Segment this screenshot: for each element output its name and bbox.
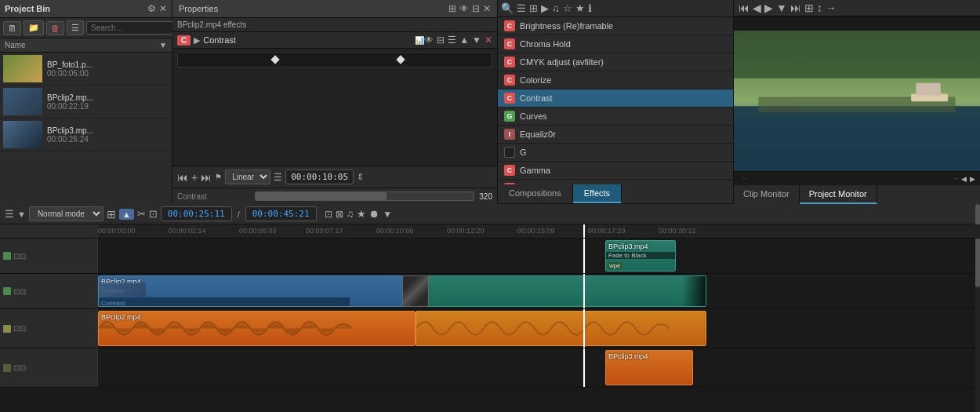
timeline-extend-icon[interactable]: ⊡ bbox=[149, 208, 158, 220]
interpolation-select[interactable]: Linear bbox=[225, 170, 270, 184]
menu-button[interactable]: ☰ bbox=[67, 20, 84, 35]
timeline-audio-icon[interactable]: ♫ bbox=[347, 208, 354, 220]
project-bin-header: Project Bin ⚙ ✕ bbox=[0, 0, 172, 18]
effects-info-icon[interactable]: ℹ bbox=[588, 2, 592, 14]
project-bin-close-icon[interactable]: ✕ bbox=[159, 3, 167, 14]
contrast-bar-area: Contrast 320 bbox=[172, 188, 497, 204]
playhead[interactable] bbox=[583, 224, 585, 238]
list-item[interactable]: BPclip3.mp... 00:00:26:24 bbox=[0, 118, 172, 151]
clip-monitor-tab[interactable]: Clip Monitor bbox=[734, 185, 800, 204]
timeline-record-icon[interactable]: ⏺ bbox=[369, 208, 379, 220]
effect-eye-icon[interactable]: 👁 bbox=[424, 35, 434, 46]
preview-area bbox=[734, 16, 980, 171]
effect-menu-icon[interactable]: ☰ bbox=[448, 35, 456, 46]
expand-icon: ▶ bbox=[194, 35, 200, 46]
effect-list-item[interactable]: G Curves bbox=[498, 108, 733, 126]
add-file-button[interactable]: 🖹 bbox=[3, 21, 21, 35]
timeline-cursor-icon[interactable]: ▲ bbox=[119, 209, 134, 220]
sort-icon[interactable]: ▼ bbox=[159, 41, 167, 49]
effect-list-item[interactable]: I Equaliz0r bbox=[498, 126, 733, 144]
timeline-total-timecode: 00:00:45:21 bbox=[245, 206, 317, 221]
timeline-star-icon[interactable]: ★ bbox=[357, 208, 366, 220]
preview-skip-back[interactable]: ⏮ bbox=[739, 2, 750, 14]
effect-up-icon[interactable]: ▲ bbox=[459, 35, 469, 46]
preview-chevron-down[interactable]: ▼ bbox=[776, 2, 787, 14]
effect-list-item[interactable]: C Brightness (Re)framable bbox=[498, 17, 733, 35]
effects-list-icon[interactable]: ☰ bbox=[517, 2, 526, 14]
effect-compare-icon[interactable]: ⊟ bbox=[437, 35, 445, 46]
effect-list-item[interactable]: C Colorize bbox=[498, 71, 733, 89]
project-monitor-tab[interactable]: Project Monitor bbox=[800, 185, 877, 204]
properties-eye-icon[interactable]: 👁 bbox=[459, 3, 469, 14]
effect-list-item[interactable]: C CMYK adjust (avfilter) bbox=[498, 53, 733, 71]
effect-list-item[interactable]: G bbox=[498, 144, 733, 162]
timeline-lift-icon[interactable]: ⊠ bbox=[336, 209, 343, 220]
effects-grid-icon[interactable]: ⊞ bbox=[529, 2, 538, 14]
preview-play-back[interactable]: ◀ bbox=[753, 2, 761, 14]
timeline-config-icon[interactable]: ▼ bbox=[383, 209, 392, 220]
a1-clip-bp2[interactable]: BPclip2.mp4 bbox=[98, 311, 416, 346]
list-item[interactable]: BP_foto1.p... 00:00:05:00 bbox=[0, 53, 172, 86]
ruler-mark-7: 00:00:17:23 bbox=[588, 227, 626, 235]
timeline-extract-icon[interactable]: ⊡ bbox=[325, 209, 332, 220]
preview-nav-right[interactable]: ▶ bbox=[970, 175, 975, 183]
preview-arrow-right[interactable]: → bbox=[826, 2, 837, 14]
v2-clip-bp3[interactable]: BPclip3.mp4 Fade to Black wpe bbox=[605, 240, 676, 272]
effect-list-item-contrast[interactable]: C Contrast bbox=[498, 89, 733, 108]
a1-clip-bp3[interactable] bbox=[416, 311, 706, 346]
timeline-cut-icon[interactable]: ✂ bbox=[137, 208, 146, 220]
align-icon[interactable]: ☰ bbox=[274, 172, 282, 183]
timeline-down-icon[interactable]: ▼ bbox=[17, 210, 26, 219]
effect-delete-icon[interactable]: ✕ bbox=[485, 35, 492, 46]
effect-list-item[interactable]: C Chroma Hold bbox=[498, 35, 733, 53]
preview-arrows[interactable]: ↕ bbox=[817, 2, 822, 14]
preview-nav-left[interactable]: ◀ bbox=[961, 175, 967, 183]
effects-video-icon[interactable]: ▶ bbox=[541, 2, 549, 14]
v1-clip-bp3[interactable] bbox=[416, 275, 706, 307]
contrast-value: 320 bbox=[479, 192, 492, 201]
delete-button[interactable]: 🗑 bbox=[46, 21, 64, 35]
timeline-snap-icon[interactable]: ⊞ bbox=[107, 208, 116, 221]
track-a2: ⊡⊡ BPclip3.mp4 bbox=[0, 348, 980, 388]
go-end-button[interactable]: ⏭ bbox=[201, 171, 212, 184]
v1-clip-bp2[interactable]: BPclip2.mp4 Contrast Contrast bbox=[98, 275, 416, 307]
preview-bottom-ruler: ← → ◀ ▶ bbox=[734, 171, 980, 185]
a2-clip-bp3[interactable]: BPclip3.mp4 bbox=[605, 350, 694, 385]
transition-clip[interactable] bbox=[402, 275, 429, 307]
properties-grid-icon[interactable]: ⊞ bbox=[448, 3, 456, 14]
project-bin-settings-icon[interactable]: ⚙ bbox=[147, 3, 156, 14]
clip-label-v2: BPclip3.mp4 bbox=[606, 241, 675, 252]
contrast-slider[interactable] bbox=[255, 191, 474, 201]
preview-fullscreen[interactable]: ⊞ bbox=[804, 2, 814, 14]
properties-header: Properties ⊞ 👁 ⊟ ✕ bbox=[172, 0, 497, 18]
effect-badge[interactable]: C bbox=[177, 35, 191, 46]
effects-audio-icon[interactable]: ♫ bbox=[552, 2, 560, 14]
properties-settings-icon[interactable]: ⊟ bbox=[472, 3, 480, 14]
tab-compositions[interactable]: Compositions bbox=[498, 184, 573, 203]
add-folder-button[interactable]: 📁 bbox=[24, 20, 44, 35]
preview-play[interactable]: ▶ bbox=[764, 2, 773, 14]
effects-star-icon[interactable]: ☆ bbox=[563, 2, 572, 14]
timecode-spin-icon[interactable]: ⇕ bbox=[357, 172, 364, 182]
effect-badge-gamma: C bbox=[504, 165, 515, 176]
a2-clip-label: BPclip3.mp4 bbox=[606, 351, 693, 362]
effects-fav-icon[interactable]: ★ bbox=[575, 2, 585, 14]
file-thumbnail bbox=[3, 121, 42, 148]
effect-down-icon[interactable]: ▼ bbox=[472, 35, 481, 46]
effect-list-item[interactable]: C Gamma bbox=[498, 162, 733, 180]
tab-effects[interactable]: Effects bbox=[573, 184, 622, 203]
track-a2-icons: ⊡⊡ bbox=[13, 363, 26, 372]
clip-fade-overlay bbox=[682, 276, 706, 306]
properties-close-icon[interactable]: ✕ bbox=[483, 3, 491, 14]
add-keyframe-button[interactable]: + bbox=[191, 171, 198, 184]
list-item[interactable]: BPclip2.mp... 00:00:22:19 bbox=[0, 86, 172, 118]
keyframe-1[interactable] bbox=[270, 55, 279, 64]
preview-skip-forward[interactable]: ⏭ bbox=[790, 2, 801, 14]
timeline-mode-select[interactable]: Normal mode bbox=[29, 206, 103, 221]
go-start-button[interactable]: ⏮ bbox=[177, 171, 188, 184]
timeline-current-timecode: 00:00:25:11 bbox=[161, 206, 232, 221]
clip-sublabel-v2: Fade to Black bbox=[606, 252, 675, 259]
timeline-menu-icon[interactable]: ☰ bbox=[5, 208, 14, 220]
effect-badge-equaliz0r: I bbox=[504, 129, 515, 140]
keyframe-2[interactable] bbox=[396, 55, 405, 64]
